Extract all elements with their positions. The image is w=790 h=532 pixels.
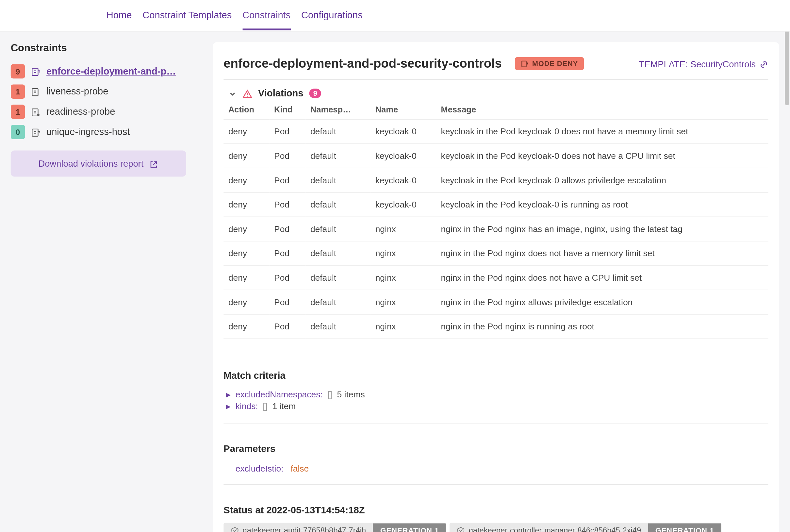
constraint-title: enforce-deployment-and-pod-security-cont… [224, 57, 502, 71]
cell: deny [224, 168, 269, 192]
cell: nginx [370, 266, 436, 290]
template-link[interactable]: TEMPLATE: SecurityControls [639, 58, 768, 69]
table-row: denyPoddefaultnginxnginx in the Pod ngin… [224, 217, 768, 241]
pod-name: gatekeeper-controller-manager-846c856b45… [449, 523, 648, 532]
cell: nginx in the Pod nginx is running as roo… [436, 315, 768, 339]
table-row: denyPoddefaultnginxnginx in the Pod ngin… [224, 290, 768, 315]
cell: default [306, 168, 370, 192]
download-report-label: Download violations report [39, 158, 144, 169]
generation-label: GENERATION 1 [648, 523, 721, 532]
svg-rect-2 [32, 109, 38, 116]
cell: Pod [269, 241, 306, 266]
bracket: [] [263, 402, 268, 411]
main-panel: enforce-deployment-and-pod-security-cont… [213, 42, 779, 532]
expand-triangle-icon: ▶ [226, 391, 231, 398]
cell: nginx in the Pod nginx does not have a C… [436, 266, 768, 290]
criteria-count: 5 items [337, 390, 365, 399]
cell: keycloak in the Pod keycloak-0 is runnin… [436, 192, 768, 217]
bracket: [] [327, 390, 332, 399]
cell: keycloak-0 [370, 119, 436, 144]
topnav: Home Constraint Templates Constraints Co… [0, 0, 790, 31]
nav-templates[interactable]: Constraint Templates [142, 1, 232, 31]
violation-count-badge: 0 [11, 125, 25, 139]
constraint-label: enforce-deployment-and-p… [46, 66, 176, 77]
expand-triangle-icon: ▶ [226, 403, 231, 410]
svg-rect-3 [32, 129, 38, 136]
sidebar-item-unique-ingress[interactable]: 0 unique-ingress-host [11, 122, 201, 142]
cell: deny [224, 290, 269, 315]
chevron-down-icon[interactable] [228, 88, 236, 99]
constraint-label: readiness-probe [46, 107, 115, 117]
cell: deny [224, 266, 269, 290]
table-row: denyPoddefaultnginxnginx in the Pod ngin… [224, 315, 768, 339]
nav-configurations[interactable]: Configurations [301, 1, 363, 31]
status-title: Status at 2022-05-13T14:54:18Z [224, 505, 768, 516]
download-report-button[interactable]: Download violations report [11, 150, 186, 176]
constraint-label: unique-ingress-host [46, 127, 130, 137]
param-value: false [290, 464, 309, 474]
param-key: excludeIstio: [235, 464, 284, 474]
sidebar-item-enforce[interactable]: 9 enforce-deployment-and-p… [11, 61, 201, 81]
policy-icon [31, 107, 40, 117]
table-row: denyPoddefaultkeycloak-0keycloak in the … [224, 168, 768, 192]
violation-count-badge: 9 [11, 64, 25, 79]
violations-title: Violations [258, 88, 304, 99]
cell: default [306, 192, 370, 217]
cell: deny [224, 119, 269, 144]
match-criteria-title: Match criteria [224, 370, 768, 381]
cell: keycloak in the Pod keycloak-0 allows pr… [436, 168, 768, 192]
param-exclude-istio: excludeIstio: false [224, 461, 768, 473]
column-header: Action [224, 104, 269, 119]
cell: nginx [370, 290, 436, 315]
cell: nginx [370, 241, 436, 266]
match-row-excluded-namespaces[interactable]: ▶ excludedNamespaces: [] 5 items [224, 388, 768, 400]
status-pill: gatekeeper-audit-77658b8b47-7r4jhGENERAT… [224, 523, 446, 532]
mode-label: MODE DENY [532, 59, 578, 68]
cell: deny [224, 217, 269, 241]
cell: deny [224, 241, 269, 266]
violations-table: ActionKindNamesp…NameMessage denyPoddefa… [224, 104, 768, 339]
cell: default [306, 266, 370, 290]
svg-rect-1 [32, 89, 38, 96]
column-header: Namesp… [306, 104, 370, 119]
policy-icon [31, 66, 40, 77]
cell: Pod [269, 266, 306, 290]
table-row: denyPoddefaultnginxnginx in the Pod ngin… [224, 266, 768, 290]
match-row-kinds[interactable]: ▶ kinds: [] 1 item [224, 400, 768, 412]
sidebar-title: Constraints [11, 42, 201, 54]
criteria-key: excludedNamespaces: [235, 390, 323, 399]
cell: default [306, 241, 370, 266]
template-label: TEMPLATE: SecurityControls [639, 58, 756, 69]
deny-icon [521, 59, 528, 68]
cell: keycloak-0 [370, 168, 436, 192]
cell: Pod [269, 192, 306, 217]
pod-name: gatekeeper-audit-77658b8b47-7r4jh [224, 523, 373, 532]
column-header: Name [370, 104, 436, 119]
table-row: denyPoddefaultkeycloak-0keycloak in the … [224, 144, 768, 168]
violations-count: 9 [309, 89, 321, 98]
svg-rect-0 [32, 68, 38, 75]
sidebar-item-readiness[interactable]: 1 readiness-probe [11, 102, 201, 122]
cell: deny [224, 144, 269, 168]
column-header: Kind [269, 104, 306, 119]
sidebar-item-liveness[interactable]: 1 liveness-probe [11, 81, 201, 102]
link-icon [759, 58, 768, 69]
cell: deny [224, 315, 269, 339]
cell: Pod [269, 217, 306, 241]
warning-icon [243, 88, 252, 99]
parameters-title: Parameters [224, 444, 768, 455]
nav-home[interactable]: Home [107, 1, 132, 31]
cell: nginx [370, 315, 436, 339]
cell: nginx [370, 217, 436, 241]
nav-constraints[interactable]: Constraints [243, 1, 290, 31]
generation-label: GENERATION 1 [373, 523, 446, 532]
cell: nginx in the Pod nginx allows priviledge… [436, 290, 768, 315]
sidebar: Constraints 9 enforce-deployment-and-p… … [11, 42, 201, 532]
column-header: Message [436, 104, 768, 119]
violation-count-badge: 1 [11, 84, 25, 99]
table-row: denyPoddefaultkeycloak-0keycloak in the … [224, 192, 768, 217]
cell: Pod [269, 168, 306, 192]
cell: default [306, 144, 370, 168]
cell: default [306, 217, 370, 241]
policy-icon [31, 86, 40, 97]
